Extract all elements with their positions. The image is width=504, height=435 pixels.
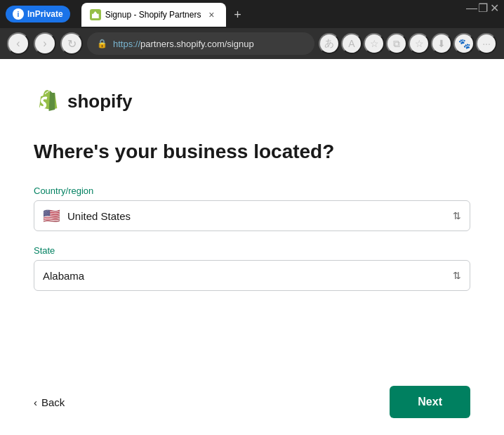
inprivate-icon: i: [13, 8, 24, 20]
reader-view-button[interactable]: A: [341, 33, 362, 54]
new-tab-button[interactable]: +: [227, 5, 247, 25]
country-value: United States: [67, 210, 131, 222]
translate-button[interactable]: あ: [319, 33, 340, 54]
url-display: https://partners.shopify.com/signup: [113, 39, 305, 49]
shopify-logo-text: shopify: [67, 91, 132, 112]
back-button-label: Back: [41, 396, 65, 408]
url-path: /signup: [225, 39, 254, 49]
lock-icon: 🔒: [97, 39, 107, 48]
collections-button[interactable]: ☆: [409, 33, 430, 54]
page-heading: Where's your business located?: [34, 141, 470, 163]
forward-navigation-button[interactable]: ›: [34, 32, 56, 55]
shopify-logo-icon: [34, 87, 62, 115]
bottom-navigation: ‹ Back Next: [34, 369, 470, 418]
back-chevron-icon: ‹: [34, 396, 37, 408]
inprivate-label: InPrivate: [27, 9, 63, 19]
state-field: State Alabama ⇅: [34, 245, 470, 291]
refresh-button[interactable]: ↻: [60, 32, 83, 55]
split-screen-button[interactable]: ⧉: [386, 33, 407, 54]
shopify-logo: shopify: [34, 87, 470, 115]
download-button[interactable]: ⬇: [431, 33, 452, 54]
more-button[interactable]: ···: [476, 33, 497, 54]
minimize-button[interactable]: —: [467, 4, 476, 13]
next-button[interactable]: Next: [390, 386, 470, 418]
tab-close-button[interactable]: ×: [205, 8, 218, 21]
forward-arrow-icon: ›: [43, 37, 46, 50]
inprivate-button[interactable]: i InPrivate: [6, 6, 70, 22]
back-navigation-button[interactable]: ‹: [7, 32, 29, 55]
refresh-icon: ↻: [67, 37, 77, 51]
state-label: State: [34, 245, 470, 256]
business-location-form: Country/region 🇺🇸 United States ⇅ State …: [34, 186, 470, 291]
back-button[interactable]: ‹ Back: [34, 396, 65, 408]
address-bar[interactable]: 🔒 https://partners.shopify.com/signup: [87, 32, 314, 55]
state-select[interactable]: Alabama ⇅: [34, 260, 470, 291]
country-select[interactable]: 🇺🇸 United States ⇅: [34, 200, 470, 231]
tab-title: Signup - Shopify Partners: [105, 10, 201, 20]
favorites-button[interactable]: ☆: [364, 33, 385, 54]
maximize-button[interactable]: ❐: [479, 4, 487, 13]
country-field: Country/region 🇺🇸 United States ⇅: [34, 186, 470, 231]
url-host: partners.shopify.com: [140, 39, 225, 49]
url-scheme: https://: [113, 39, 140, 49]
chevron-down-icon: ⇅: [453, 210, 461, 221]
us-flag-icon: 🇺🇸: [43, 207, 60, 224]
edge-button[interactable]: 🐾: [453, 33, 475, 54]
close-button[interactable]: ✕: [490, 4, 498, 13]
state-value: Alabama: [43, 270, 84, 282]
chevron-down-icon: ⇅: [453, 270, 461, 281]
browser-tab[interactable]: Signup - Shopify Partners ×: [81, 3, 227, 27]
back-arrow-icon: ‹: [16, 37, 20, 50]
tab-favicon: [90, 9, 101, 20]
country-label: Country/region: [34, 186, 470, 196]
